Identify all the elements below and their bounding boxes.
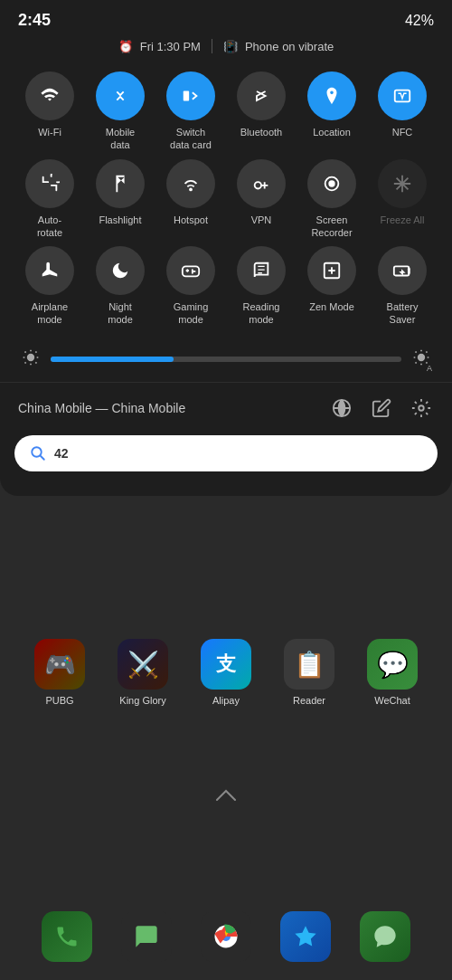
hotspot-label: Hotspot — [174, 214, 208, 226]
search-lens-icon — [29, 444, 47, 462]
tile-auto-rotate[interactable]: Auto-rotate — [18, 159, 81, 240]
vibrate-text: Phone on vibrate — [245, 40, 334, 53]
alarm-icon: ⏰ — [118, 40, 133, 53]
tiles-row-2: Auto-rotate Flashlight Hotspot — [14, 159, 438, 240]
dock-messages[interactable] — [121, 911, 172, 962]
dock-chrome[interactable] — [201, 911, 251, 962]
alipay-icon: 支 — [201, 639, 251, 690]
search-number: 42 — [54, 446, 69, 461]
tile-flashlight[interactable]: Flashlight — [89, 159, 152, 240]
tile-screen-recorder[interactable]: ScreenRecorder — [300, 159, 363, 240]
nfc-label: NFC — [392, 126, 413, 138]
pubg-label: PUBG — [45, 695, 73, 706]
brightness-high-icon: A — [412, 348, 430, 371]
switch-data-card-icon-bg — [166, 71, 215, 120]
tile-airplane-mode[interactable]: Airplanemode — [18, 246, 81, 327]
app-alipay[interactable]: 支 Alipay — [193, 639, 259, 706]
switch-data-card-label: Switchdata card — [170, 126, 212, 152]
tile-reading-mode[interactable]: Readingmode — [230, 246, 293, 327]
auto-rotate-label: Auto-rotate — [37, 214, 62, 240]
zen-mode-label: Zen Mode — [309, 300, 354, 313]
brightness-fill — [51, 357, 174, 362]
freeze-all-label: Freeze All — [381, 214, 425, 226]
reading-mode-label: Readingmode — [243, 300, 280, 327]
tile-hotspot[interactable]: Hotspot — [159, 159, 222, 240]
svg-point-5 — [328, 180, 334, 186]
dock-chat[interactable] — [360, 911, 410, 962]
gaming-mode-icon-bg — [166, 246, 215, 295]
battery-saver-label: BatterySaver — [387, 300, 419, 327]
search-bar[interactable]: 42 — [14, 435, 438, 471]
king-glory-icon: ⚔️ — [118, 639, 168, 690]
pubg-icon: 🎮 — [34, 639, 85, 690]
screen-recorder-icon-bg — [307, 159, 356, 208]
datetime-text: Fri 1:30 PM — [140, 40, 201, 53]
night-mode-label: Nightmode — [108, 300, 133, 327]
svg-point-10 — [418, 354, 425, 361]
wifi-icon-bg — [25, 71, 74, 120]
bluetooth-label: Bluetooth — [240, 126, 282, 138]
battery-saver-icon-bg — [378, 246, 427, 295]
status-bar: 2:45 42% — [0, 0, 452, 35]
quick-settings-panel: 2:45 42% ⏰ Fri 1:30 PM 📳 Phone on vibrat… — [0, 0, 452, 496]
svg-point-12 — [419, 405, 424, 411]
hotspot-icon-bg — [166, 159, 215, 208]
mobile-data-label: Mobiledata — [106, 126, 135, 152]
flashlight-label: Flashlight — [99, 214, 141, 226]
search-row: 42 — [0, 430, 452, 482]
dock-star[interactable] — [280, 911, 331, 962]
app-wechat[interactable]: 💬 WeChat — [360, 639, 425, 706]
app-reader[interactable]: 📋 Reader — [277, 639, 342, 706]
app-king-glory[interactable]: ⚔️ King Glory — [110, 639, 175, 706]
tile-night-mode[interactable]: Nightmode — [89, 246, 152, 327]
nfc-icon-bg — [378, 71, 427, 120]
mobile-data-icon-bg — [96, 71, 145, 120]
tile-zen-mode[interactable]: Zen Mode — [300, 246, 363, 327]
svg-point-2 — [189, 187, 193, 191]
brightness-low-icon — [22, 348, 40, 371]
carrier-text: China Mobile — China Mobile — [18, 401, 329, 415]
svg-rect-0 — [184, 91, 189, 101]
carrier-edit-button[interactable] — [369, 395, 394, 421]
tile-gaming-mode[interactable]: Gamingmode — [159, 246, 222, 327]
tile-switch-data-card[interactable]: Switchdata card — [159, 71, 222, 152]
bluetooth-icon-bg — [237, 71, 286, 120]
brightness-track[interactable] — [51, 357, 401, 362]
zen-mode-icon-bg — [307, 246, 356, 295]
tile-nfc[interactable]: NFC — [371, 71, 434, 152]
tiles-row-1: Wi-Fi Mobiledata Switchdata card — [14, 71, 438, 152]
flashlight-icon-bg — [96, 159, 145, 208]
carrier-globe-button[interactable] — [329, 395, 354, 421]
notif-divider — [212, 39, 212, 53]
tile-vpn[interactable]: VPN — [230, 159, 293, 240]
tile-mobile-data[interactable]: Mobiledata — [89, 71, 152, 152]
location-label: Location — [313, 126, 351, 138]
tile-location[interactable]: Location — [300, 71, 363, 152]
gaming-mode-label: Gamingmode — [174, 300, 209, 327]
carrier-settings-button[interactable] — [409, 395, 434, 421]
tile-battery-saver[interactable]: BatterySaver — [371, 246, 434, 327]
dock — [0, 911, 452, 962]
status-time: 2:45 — [18, 11, 51, 30]
screen-recorder-label: ScreenRecorder — [311, 214, 352, 240]
app-pubg[interactable]: 🎮 PUBG — [27, 639, 92, 706]
tile-wifi[interactable]: Wi-Fi — [18, 71, 81, 152]
wifi-label: Wi-Fi — [38, 126, 61, 138]
vpn-label: VPN — [251, 214, 272, 226]
tile-bluetooth[interactable]: Bluetooth — [230, 71, 293, 152]
notification-bar: ⏰ Fri 1:30 PM 📳 Phone on vibrate — [0, 35, 452, 64]
svg-point-9 — [27, 354, 34, 361]
airplane-mode-icon-bg — [25, 246, 74, 295]
tile-freeze-all[interactable]: Freeze All — [371, 159, 434, 240]
status-battery: 42% — [405, 13, 434, 29]
vibrate-icon: 📳 — [223, 40, 238, 53]
dock-phone[interactable] — [42, 911, 92, 962]
tiles-section: Wi-Fi Mobiledata Switchdata card — [0, 64, 452, 338]
carrier-row: China Mobile — China Mobile — [0, 382, 452, 430]
airplane-mode-label: Airplanemode — [32, 300, 68, 327]
reader-icon: 📋 — [284, 639, 334, 690]
king-glory-label: King Glory — [119, 695, 165, 706]
apps-section: 🎮 PUBG ⚔️ King Glory 支 Alipay 📋 Reader 💬… — [0, 624, 452, 729]
alipay-label: Alipay — [212, 695, 240, 706]
brightness-row: A — [0, 338, 452, 382]
